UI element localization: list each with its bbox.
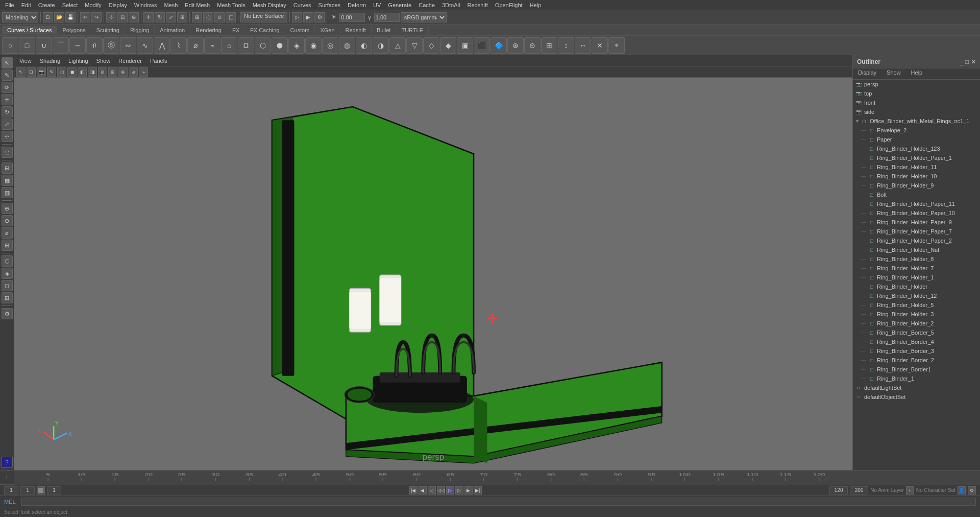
shelf-icon-3d10[interactable]: ▽ (406, 37, 423, 54)
component-icon1[interactable]: ⬡ (2, 255, 13, 267)
shelf-icon-curve8[interactable]: ⋀ (154, 37, 170, 54)
open-icon[interactable]: 📂 (54, 12, 64, 22)
rotate-tool-icon[interactable]: ↻ (2, 106, 13, 118)
shelf-icon-3d4[interactable]: ◉ (305, 37, 322, 54)
component-icon3[interactable]: ◻ (2, 280, 13, 291)
shelf-icon-3d5[interactable]: ◎ (322, 37, 338, 54)
vp-grid-icon[interactable]: ⊞ (108, 67, 117, 77)
menu-select[interactable]: Select (59, 1, 81, 9)
vp-xray-icon[interactable]: ⊘ (98, 67, 107, 77)
go-start-btn[interactable]: |◀ (409, 486, 418, 495)
vp-menu-view[interactable]: View (16, 57, 35, 65)
anim-layer-icon[interactable]: + (906, 486, 914, 495)
outliner-rhp10[interactable]: — ◻ Ring_Binder_Holder_Paper_10 (859, 208, 980, 218)
vp-shade2-icon[interactable]: ◧ (78, 67, 87, 77)
redo-icon[interactable]: ↪ (91, 12, 102, 22)
render-icon[interactable]: ▷ (292, 12, 302, 22)
shelf-icon-arrow2[interactable]: ↔ (575, 37, 591, 54)
prev-key-btn[interactable]: ◁ (428, 486, 436, 495)
save-icon[interactable]: 💾 (65, 12, 76, 22)
vp-menu-shading[interactable]: Shading (37, 57, 63, 65)
menu-deform[interactable]: Deform (345, 1, 369, 9)
shelf-icon-3d14[interactable]: ⬛ (474, 37, 490, 54)
snap-curve-icon[interactable]: ◌ (203, 12, 213, 22)
menu-help[interactable]: Help (527, 1, 545, 9)
shelf-icon-tool2[interactable]: ⌖ (608, 37, 625, 54)
shelf-tab-curves[interactable]: Curves / Surfaces (2, 26, 57, 34)
menu-curves[interactable]: Curves (290, 1, 314, 9)
vp-shade3-icon[interactable]: ◨ (88, 67, 97, 77)
outliner-rbs5[interactable]: — ◻ Ring_Binder_Border_5 (859, 328, 980, 337)
universal-tool-icon[interactable]: ⊹ (2, 131, 13, 142)
vp-menu-show[interactable]: Show (93, 57, 114, 65)
menu-surfaces[interactable]: Surfaces (315, 1, 344, 9)
paint-tool-icon[interactable]: ✎ (2, 69, 13, 81)
outliner-rh[interactable]: — ◻ Ring_Binder_Holder (859, 282, 980, 291)
menu-file[interactable]: File (2, 1, 17, 9)
shelf-icon-tool1[interactable]: ✕ (592, 37, 608, 54)
menu-mesh-display[interactable]: Mesh Display (250, 1, 289, 9)
shelf-icon-curve13[interactable]: Ω (238, 37, 254, 54)
outliner-rh10[interactable]: — ◻ Ring_Binder_Holder_10 (859, 172, 980, 181)
shelf-icon-3d15[interactable]: 🔷 (491, 37, 507, 54)
select-icon[interactable]: ⊹ (106, 12, 116, 22)
shelf-tab-fx[interactable]: FX (227, 26, 245, 34)
outliner-tab-help[interactable]: Help (906, 68, 928, 79)
exposure-input[interactable] (339, 13, 365, 22)
outliner-default-light-set[interactable]: ○ defaultLightSet (853, 383, 980, 392)
outliner-minimize-btn[interactable]: _ (960, 58, 963, 65)
shelf-tab-turtle[interactable]: TURTLE (396, 26, 429, 34)
snap-view-icon[interactable]: ◫ (226, 12, 236, 22)
snap-grid-icon[interactable]: ⊞ (192, 12, 202, 22)
outliner-tab-show[interactable]: Show (881, 68, 906, 79)
shelf-tab-bullet[interactable]: Bullet (372, 26, 397, 34)
menu-redshift[interactable]: Redshift (464, 1, 491, 9)
component-icon2[interactable]: ◈ (2, 268, 13, 279)
menu-generate[interactable]: Generate (385, 1, 414, 9)
shelf-tab-redshift[interactable]: Redshift (340, 26, 372, 34)
paint-select-icon[interactable]: ⊕ (129, 12, 139, 22)
vp-menu-renderer[interactable]: Renderer (115, 57, 145, 65)
gamma-select[interactable]: sRGB gamma (401, 12, 447, 22)
layout-icon3[interactable]: ▥ (2, 187, 13, 198)
outliner-envelope2[interactable]: — ◻ Envelope_2 (859, 126, 980, 135)
lasso-icon[interactable]: ⊡ (117, 12, 128, 22)
outliner-rbs1[interactable]: — ◻ Ring_Binder_Border1 (859, 365, 980, 374)
outliner-rh9[interactable]: — ◻ Ring_Binder_Holder_9 (859, 181, 980, 190)
outliner-rh11[interactable]: — ◻ Ring_Binder_Holder_11 (859, 162, 980, 172)
render-settings-icon[interactable]: ⚙ (314, 12, 325, 22)
layout-icon2[interactable]: ▦ (2, 175, 13, 186)
shelf-icon-3d9[interactable]: △ (389, 37, 406, 54)
shelf-icon-3d11[interactable]: ◇ (423, 37, 439, 54)
shelf-icon-curve1[interactable]: ∪ (36, 37, 52, 54)
outliner-tab-display[interactable]: Display (853, 68, 881, 79)
shelf-icon-curve6[interactable]: ∾ (120, 37, 136, 54)
shelf-icon-3d12[interactable]: ◆ (440, 37, 456, 54)
grid-icon[interactable]: ⊟ (2, 240, 13, 251)
shelf-icon-3d8[interactable]: ◑ (373, 37, 389, 54)
workspace-select[interactable]: Modeling (2, 12, 38, 22)
outliner-rh5[interactable]: — ◻ Ring_Binder_Holder_5 (859, 300, 980, 310)
ipr-icon[interactable]: ▶ (303, 12, 313, 22)
outliner-rhnut[interactable]: — ◻ Ring_Binder_Holder_Nut (859, 245, 980, 254)
menu-cache[interactable]: Cache (415, 1, 438, 9)
shelf-tab-xgen[interactable]: XGen (315, 26, 340, 34)
timeline-ruler[interactable]: 5 10 15 20 25 30 35 40 45 50 55 60 65 (14, 471, 980, 485)
shelf-icon-3d17[interactable]: ⊝ (524, 37, 541, 54)
outliner-rh8[interactable]: — ◻ Ring_Binder_Holder_8 (859, 254, 980, 264)
component-icon4[interactable]: ⊞ (2, 292, 13, 303)
menu-display[interactable]: Display (106, 1, 130, 9)
outliner-group-binder[interactable]: ▼ ◻ Office_Binder_with_Metal_Rings_nc1_1 (853, 116, 980, 126)
new-scene-icon[interactable]: 🗋 (43, 12, 53, 22)
anim-prefs-icon[interactable]: ⚙ (968, 486, 976, 495)
outliner-rh3[interactable]: — ◻ Ring_Binder_Holder_3 (859, 310, 980, 319)
next-key-btn[interactable]: ▷ (455, 486, 463, 495)
shelf-icon-curve11[interactable]: ⌁ (204, 37, 220, 54)
menu-mesh-tools[interactable]: Mesh Tools (214, 1, 248, 9)
outliner-close-btn[interactable]: ✕ (971, 58, 976, 65)
shelf-icon-arrow1[interactable]: ↕ (558, 37, 574, 54)
outliner-rhp7[interactable]: — ◻ Ring_Binder_Holder_Paper_7 (859, 227, 980, 236)
outliner-rh7[interactable]: — ◻ Ring_Binder_Holder_7 (859, 264, 980, 273)
end-frame-input[interactable] (829, 486, 848, 495)
shelf-icon-3d7[interactable]: ◐ (356, 37, 372, 54)
